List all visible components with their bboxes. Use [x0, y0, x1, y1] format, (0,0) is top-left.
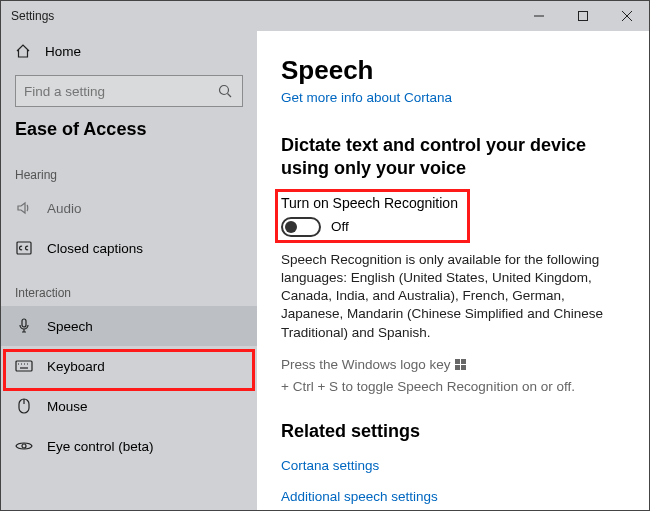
window-title: Settings	[11, 9, 54, 23]
toggle-knob	[285, 221, 297, 233]
availability-text: Speech Recognition is only available for…	[281, 251, 625, 342]
section-title: Ease of Access	[1, 113, 257, 150]
related-heading: Related settings	[281, 420, 625, 443]
dictate-heading: Dictate text and control your device usi…	[281, 134, 625, 181]
search-input[interactable]	[24, 84, 218, 99]
minimize-button[interactable]	[517, 1, 561, 31]
sidebar-item-closed-captions[interactable]: Closed captions	[1, 228, 257, 268]
sidebar-item-eye-control[interactable]: Eye control (beta)	[1, 426, 257, 466]
group-hearing: Hearing	[1, 150, 257, 188]
svg-point-4	[220, 86, 229, 95]
toggle-label: Turn on Speech Recognition	[281, 195, 625, 211]
sidebar-item-label: Closed captions	[47, 241, 143, 256]
svg-rect-7	[22, 319, 26, 327]
home-icon	[15, 43, 31, 59]
svg-line-5	[228, 94, 232, 98]
shortcut-hint: Press the Windows logo key + Ctrl + S to…	[281, 356, 625, 396]
sidebar-item-label: Audio	[47, 201, 82, 216]
sidebar-item-label: Speech	[47, 319, 93, 334]
sidebar: Home Ease of Access Hearing Audio Closed…	[1, 31, 257, 510]
keyboard-icon	[15, 360, 33, 372]
cortana-info-link[interactable]: Get more info about Cortana	[281, 90, 452, 105]
speech-recognition-toggle[interactable]	[281, 217, 321, 237]
sidebar-item-label: Eye control (beta)	[47, 439, 154, 454]
windows-logo-icon	[455, 359, 466, 370]
cc-icon	[15, 241, 33, 255]
search-icon	[218, 84, 234, 98]
svg-rect-8	[16, 361, 32, 371]
sidebar-item-audio[interactable]: Audio	[1, 188, 257, 228]
cortana-settings-link[interactable]: Cortana settings	[281, 458, 625, 473]
main-panel: Speech Get more info about Cortana Dicta…	[257, 31, 649, 510]
microphone-icon	[15, 318, 33, 334]
sidebar-item-label: Keyboard	[47, 359, 105, 374]
close-button[interactable]	[605, 1, 649, 31]
sidebar-item-speech[interactable]: Speech	[1, 306, 257, 346]
svg-rect-1	[579, 12, 588, 21]
page-title: Speech	[281, 55, 625, 86]
mouse-icon	[15, 398, 33, 414]
eye-icon	[15, 440, 33, 452]
maximize-button[interactable]	[561, 1, 605, 31]
sidebar-item-mouse[interactable]: Mouse	[1, 386, 257, 426]
search-box[interactable]	[15, 75, 243, 107]
svg-point-16	[22, 444, 26, 448]
group-interaction: Interaction	[1, 268, 257, 306]
speaker-icon	[15, 200, 33, 216]
additional-speech-link[interactable]: Additional speech settings	[281, 489, 625, 504]
nav-home-label: Home	[45, 44, 81, 59]
titlebar: Settings	[1, 1, 649, 31]
nav-home[interactable]: Home	[1, 31, 257, 71]
toggle-state: Off	[331, 219, 349, 234]
sidebar-item-label: Mouse	[47, 399, 88, 414]
sidebar-item-keyboard[interactable]: Keyboard	[1, 346, 257, 386]
